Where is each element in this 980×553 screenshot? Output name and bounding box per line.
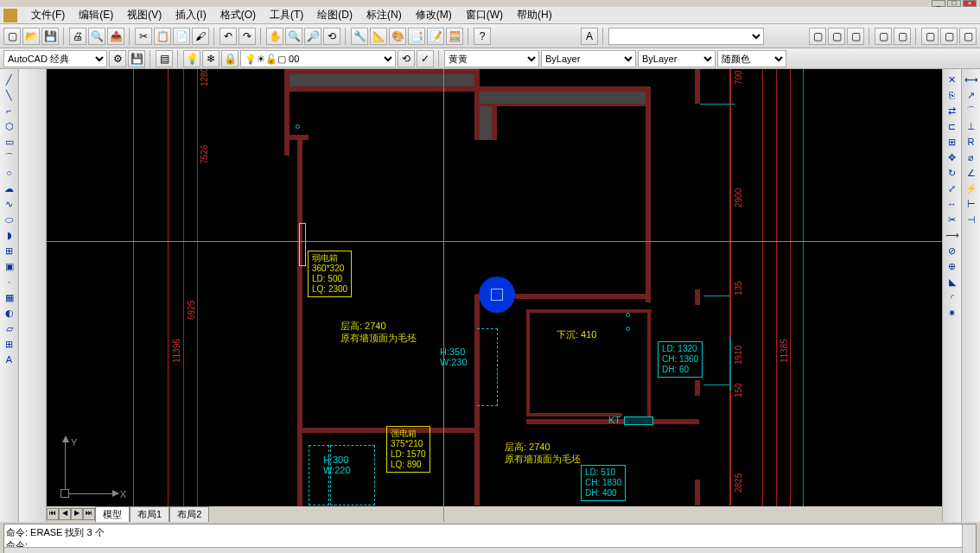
mirror-tool[interactable]: ⇄ (945, 104, 960, 118)
circle-tool[interactable]: ○ (2, 166, 17, 180)
paste-button[interactable]: 📄 (173, 28, 190, 45)
workspace-settings-button[interactable]: ⚙ (109, 50, 126, 67)
layer-lock-button[interactable]: 🔒 (221, 50, 239, 67)
ellipse-arc-tool[interactable]: ◗ (2, 228, 17, 242)
linetype-dropdown[interactable]: ByLayer (541, 50, 636, 67)
named-views-button[interactable]: ▢ (894, 28, 911, 45)
stretch-tool[interactable]: ↔ (945, 197, 960, 211)
menu-tools[interactable]: 工具(T) (263, 6, 310, 24)
explode-tool[interactable]: ✷ (945, 306, 960, 320)
undo-button[interactable]: ↶ (220, 28, 237, 45)
tool-palette-button[interactable]: 🎨 (389, 28, 406, 45)
plotstyle-dropdown[interactable]: 随颜色 (717, 50, 786, 67)
redo-button[interactable]: ↷ (239, 28, 256, 45)
zoom-prev-button[interactable]: ⟲ (323, 28, 340, 45)
menu-window[interactable]: 窗口(W) (459, 6, 510, 24)
insert-block-tool[interactable]: ⊞ (2, 244, 17, 257)
menu-draw[interactable]: 绘图(D) (310, 6, 360, 24)
dim-diameter-tool[interactable]: ⌀ (964, 150, 979, 164)
dim-arc-tool[interactable]: ⌒ (964, 104, 979, 118)
pline-tool[interactable]: ⌐ (2, 104, 17, 118)
offset-tool[interactable]: ⊏ (945, 119, 960, 133)
rectangle-tool[interactable]: ▭ (2, 135, 17, 149)
trim-tool[interactable]: ✂ (945, 213, 960, 226)
polygon-tool[interactable]: ⬡ (2, 119, 17, 133)
lineweight-dropdown[interactable]: ByLayer (638, 50, 716, 67)
dim-radius-tool[interactable]: R (964, 135, 979, 149)
menu-help[interactable]: 帮助(H) (510, 6, 559, 24)
revcloud-tool[interactable]: ☁ (2, 181, 17, 195)
array-tool[interactable]: ⊞ (945, 135, 960, 149)
command-scrollbar-v[interactable] (962, 524, 976, 553)
menu-file[interactable]: 文件(F) (24, 6, 72, 24)
tab-layout1[interactable]: 布局1 (130, 506, 169, 523)
text-align-button[interactable]: A (581, 28, 598, 45)
line-tool[interactable]: ╱ (2, 73, 17, 86)
dim-aligned-tool[interactable]: ↗ (964, 88, 979, 102)
dim-continue-tool[interactable]: ⊣ (964, 213, 979, 226)
menu-format[interactable]: 格式(O) (213, 6, 263, 24)
layer-dropdown[interactable]: 💡☀🔓▢ 00 (240, 50, 396, 67)
tab-last-button[interactable]: ⏭ (83, 508, 95, 520)
layer-prev-button[interactable]: ⟲ (398, 50, 415, 67)
dim-linear-tool[interactable]: ⟷ (964, 73, 979, 86)
menu-modify[interactable]: 修改(M) (409, 6, 459, 24)
print-button[interactable]: 🖨 (69, 28, 86, 45)
min-button[interactable]: _ (932, 0, 945, 7)
chamfer-tool[interactable]: ◣ (945, 275, 960, 289)
dim-ordinate-tool[interactable]: ⊥ (964, 119, 979, 133)
xline-tool[interactable]: ╲ (2, 88, 17, 102)
drawing-canvas[interactable]: KT 弱电箱 360*320 LD: 500 LQ: 2300 强电箱 375*… (47, 69, 942, 522)
aux-1-button[interactable]: ▢ (921, 28, 939, 45)
dim-quick-tool[interactable]: ⚡ (964, 181, 979, 195)
gradient-tool[interactable]: ◐ (2, 306, 17, 320)
menu-insert[interactable]: 插入(I) (169, 6, 213, 24)
cut-button[interactable]: ✂ (135, 28, 152, 45)
mtext-tool[interactable]: A (2, 353, 17, 366)
erase-tool[interactable]: ✕ (945, 73, 960, 86)
zoom-win-button[interactable]: 🔎 (304, 28, 321, 45)
command-scrollbar-h[interactable] (4, 547, 962, 553)
color-dropdown[interactable]: 黄黄 (444, 50, 539, 67)
match-button[interactable]: 🖌 (192, 28, 209, 45)
menu-edit[interactable]: 编辑(E) (72, 6, 120, 24)
layer-manager-button[interactable]: ▤ (156, 50, 173, 67)
menu-dimension[interactable]: 标注(N) (360, 6, 409, 24)
design-center-button[interactable]: 📐 (370, 28, 387, 45)
workspace-save-button[interactable]: 💾 (128, 50, 145, 67)
break-tool[interactable]: ⊘ (945, 244, 960, 257)
markup-button[interactable]: 📝 (427, 28, 444, 45)
tab-next-button[interactable]: ▶ (71, 508, 83, 520)
new-button[interactable]: ▢ (3, 28, 21, 45)
tab-first-button[interactable]: ⏮ (47, 508, 59, 520)
zoom-rt-button[interactable]: 🔍 (285, 28, 302, 45)
save-button[interactable]: 💾 (41, 28, 59, 45)
tab-prev-button[interactable]: ◀ (59, 508, 71, 520)
region-tool[interactable]: ▱ (2, 321, 17, 335)
ellipse-tool[interactable]: ⬭ (2, 213, 17, 226)
join-tool[interactable]: ⊕ (945, 259, 960, 273)
publish-button[interactable]: 📤 (107, 28, 124, 45)
tab-model[interactable]: 模型 (95, 506, 130, 523)
aux-2-button[interactable]: ▢ (940, 28, 958, 45)
move-tool[interactable]: ✥ (945, 150, 960, 164)
rotate-tool[interactable]: ↻ (945, 166, 960, 180)
point-tool[interactable]: · (2, 275, 17, 289)
pan-button[interactable]: ✋ (266, 28, 283, 45)
viewport-1-button[interactable]: ▢ (809, 28, 826, 45)
spline-tool[interactable]: ∿ (2, 197, 17, 211)
arc-tool[interactable]: ⌒ (2, 150, 17, 164)
table-tool[interactable]: ⊞ (2, 337, 17, 351)
scale-tool[interactable]: ⤢ (945, 181, 960, 195)
fillet-tool[interactable]: ◜ (945, 290, 960, 304)
layer-states-button[interactable]: 💡 (183, 50, 200, 67)
text-style-dropdown[interactable] (608, 28, 764, 45)
dim-baseline-tool[interactable]: ⊢ (964, 197, 979, 211)
extend-tool[interactable]: ⟶ (945, 228, 960, 242)
command-line[interactable]: 命令: ERASE 找到 3 个 命令: (3, 524, 977, 553)
help-button[interactable]: ? (474, 28, 491, 45)
make-block-tool[interactable]: ▣ (2, 259, 17, 273)
properties-button[interactable]: 🔧 (351, 28, 368, 45)
viewport-3-button[interactable]: ▢ (847, 28, 864, 45)
aux-3-button[interactable]: ▢ (959, 28, 977, 45)
